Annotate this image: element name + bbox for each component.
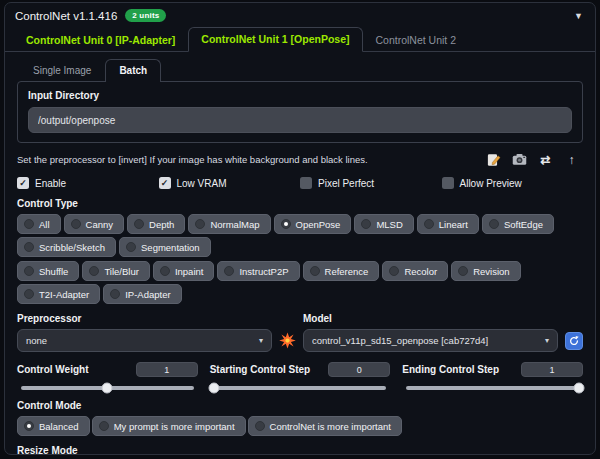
radio-selected-icon: [24, 421, 34, 431]
checkbox-pixel-perfect[interactable]: Pixel Perfect: [300, 177, 442, 189]
control-type-instructp2p[interactable]: InstructP2P: [217, 261, 299, 281]
control-type-t2i-adapter[interactable]: T2I-Adapter: [17, 284, 100, 304]
checkbox-checked-icon: ✓: [17, 177, 29, 189]
send-dimensions-icon[interactable]: ↑: [564, 152, 579, 167]
refresh-models-button[interactable]: [565, 332, 583, 350]
radio-icon: [255, 421, 265, 431]
radio-label: SoftEdge: [504, 219, 543, 230]
radio-label: Depth: [149, 219, 174, 230]
starting-control-step-slider[interactable]: [214, 386, 387, 390]
radio-icon: [110, 289, 120, 299]
webcam-icon[interactable]: [512, 152, 527, 167]
controlnet-widget: ControlNet v1.1.416 2 units ▼ ControlNet…: [4, 2, 596, 455]
radio-icon: [389, 266, 399, 276]
slider-row: Control Weight Starting Control Step: [17, 362, 583, 390]
input-directory-label: Input Directory: [28, 90, 572, 101]
control-type-ip-adapter[interactable]: IP-Adapter: [103, 284, 181, 304]
run-preprocessor-icon[interactable]: [279, 332, 296, 349]
batch-panel: Input Directory: [17, 81, 583, 143]
radio-icon: [99, 421, 109, 431]
model-label: Model: [303, 313, 558, 324]
control-type-openpose[interactable]: OpenPose: [274, 214, 352, 234]
ending-control-step-label: Ending Control Step: [402, 364, 499, 375]
control-type-row-1: All Canny Depth NormalMap OpenPose MLSD …: [17, 214, 583, 257]
radio-icon: [24, 266, 34, 276]
radio-label: My prompt is more important: [114, 421, 235, 432]
control-type-recolor[interactable]: Recolor: [382, 261, 448, 281]
radio-label: T2I-Adapter: [39, 289, 89, 300]
checkbox-enable[interactable]: ✓ Enable: [17, 177, 159, 189]
control-type-depth[interactable]: Depth: [127, 214, 185, 234]
control-type-all[interactable]: All: [17, 214, 61, 234]
tab-unit-2[interactable]: ControlNet Unit 2: [363, 28, 470, 52]
refresh-icon: [568, 335, 580, 347]
radio-icon: [24, 242, 34, 252]
control-type-segmentation[interactable]: Segmentation: [119, 237, 211, 257]
checkbox-allow-preview[interactable]: Allow Preview: [442, 177, 584, 189]
control-type-tile-blur[interactable]: Tile/Blur: [82, 261, 150, 281]
control-weight-input[interactable]: [136, 362, 198, 377]
radio-selected-icon: [281, 219, 291, 229]
control-type-shuffle[interactable]: Shuffle: [17, 261, 79, 281]
starting-control-step-input[interactable]: [328, 362, 390, 377]
radio-icon: [361, 219, 371, 229]
radio-label: Scribble/Sketch: [39, 242, 105, 253]
control-type-normalmap[interactable]: NormalMap: [188, 214, 270, 234]
radio-label: Recolor: [404, 266, 437, 277]
radio-label: Canny: [86, 219, 113, 230]
ending-control-step-slider[interactable]: [406, 386, 579, 390]
radio-label: Balanced: [39, 421, 79, 432]
checkbox-unchecked-icon: [300, 177, 312, 189]
control-type-mlsd[interactable]: MLSD: [354, 214, 413, 234]
model-dropdown[interactable]: control_v11p_sd15_openpose [cab727d4] ▾: [303, 329, 558, 352]
checkbox-label: Low VRAM: [177, 178, 227, 189]
units-count-badge: 2 units: [125, 9, 166, 22]
checkbox-unchecked-icon: [442, 177, 454, 189]
radio-icon: [424, 219, 434, 229]
ending-control-step-input[interactable]: [521, 362, 583, 377]
chevron-down-icon: ▾: [545, 336, 549, 345]
slider-thumb[interactable]: [208, 383, 219, 394]
control-type-lineart[interactable]: Lineart: [417, 214, 479, 234]
slider-thumb[interactable]: [574, 383, 585, 394]
radio-icon: [89, 266, 99, 276]
control-type-inpaint[interactable]: Inpaint: [153, 261, 215, 281]
radio-label: Lineart: [439, 219, 468, 230]
controlnet-extension-panel: ControlNet v1.1.416 2 units ▼ ControlNet…: [0, 0, 600, 459]
control-mode-balanced[interactable]: Balanced: [17, 416, 90, 436]
control-type-softedge[interactable]: SoftEdge: [482, 214, 554, 234]
accordion-header[interactable]: ControlNet v1.1.416 2 units ▼: [5, 3, 595, 27]
control-mode-prompt-important[interactable]: My prompt is more important: [92, 416, 246, 436]
tab-single-image[interactable]: Single Image: [19, 59, 105, 82]
radio-icon: [160, 266, 170, 276]
mirror-webcam-icon[interactable]: ⇄: [538, 152, 553, 167]
checkbox-checked-icon: ✓: [159, 177, 171, 189]
radio-label: Reference: [325, 266, 369, 277]
model-value: control_v11p_sd15_openpose [cab727d4]: [312, 335, 539, 346]
tab-batch[interactable]: Batch: [105, 59, 161, 82]
canvas-tool-icons: ⇄ ↑: [486, 152, 583, 167]
new-canvas-icon[interactable]: [486, 152, 501, 167]
preprocessor-dropdown[interactable]: none ▾: [17, 329, 272, 352]
control-type-reference[interactable]: Reference: [303, 261, 380, 281]
preprocessor-model-row: Preprocessor none ▾ Model control_v11p_s…: [17, 313, 583, 352]
radio-label: InstructP2P: [239, 266, 288, 277]
control-type-revision[interactable]: Revision: [451, 261, 520, 281]
checkbox-low-vram[interactable]: ✓ Low VRAM: [159, 177, 301, 189]
preprocessor-column: Preprocessor none ▾: [17, 313, 272, 352]
control-type-canny[interactable]: Canny: [64, 214, 124, 234]
radio-icon: [489, 219, 499, 229]
control-type-scribble-sketch[interactable]: Scribble/Sketch: [17, 237, 116, 257]
tab-unit-1-openpose[interactable]: ControlNet Unit 1 [OpenPose]: [188, 27, 362, 52]
slider-thumb[interactable]: [102, 383, 113, 394]
control-weight-slider[interactable]: [21, 386, 194, 390]
invert-hint-text: Set the preprocessor to [invert] If your…: [17, 154, 486, 165]
tab-unit-0-ip-adapter[interactable]: ControlNet Unit 0 [IP-Adapter]: [13, 28, 188, 52]
chevron-down-icon: ▾: [259, 336, 263, 345]
radio-icon: [24, 219, 34, 229]
collapse-arrow-icon[interactable]: ▼: [572, 11, 585, 21]
radio-label: IP-Adapter: [125, 289, 170, 300]
input-directory-field[interactable]: [28, 107, 572, 133]
control-mode-controlnet-important[interactable]: ControlNet is more important: [248, 416, 402, 436]
resize-mode-label: Resize Mode: [17, 445, 583, 456]
